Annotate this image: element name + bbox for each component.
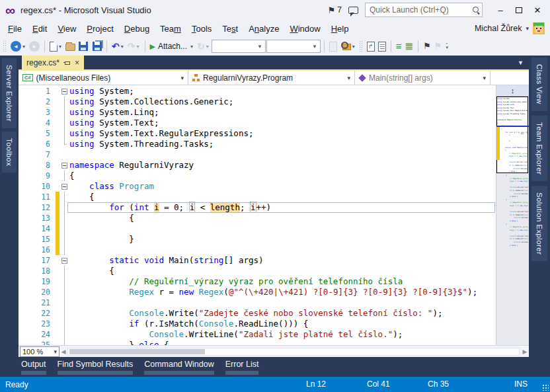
- project-dropdown[interactable]: C# (Miscellaneous Files) ▾: [19, 71, 188, 85]
- outlining-margin[interactable]: [59, 160, 69, 171]
- menu-help[interactable]: Help: [326, 22, 354, 36]
- resize-grip[interactable]: [542, 384, 549, 391]
- menu-test[interactable]: Test: [217, 22, 243, 36]
- member-dropdown[interactable]: Main(string[] args) ▾: [355, 71, 491, 85]
- user-menu[interactable]: Michal Žůrek ▾: [475, 22, 547, 34]
- document-tab[interactable]: regex.cs* ×: [22, 56, 84, 69]
- tool-window-tab-class-view[interactable]: Class View: [531, 58, 547, 111]
- menu-analyze[interactable]: Analyze: [243, 22, 284, 36]
- code-line-25[interactable]: 25 } else {: [19, 340, 496, 345]
- tab-list-chevron-icon[interactable]: ▼: [518, 59, 524, 66]
- collapse-icon[interactable]: [61, 184, 67, 190]
- bottom-tab-error-list[interactable]: Error List: [225, 360, 259, 377]
- menu-window[interactable]: Window: [284, 22, 325, 36]
- toolbar-combo-1[interactable]: ▼: [212, 40, 266, 53]
- quick-launch-input[interactable]: [370, 5, 472, 15]
- tool-window-tab-solution-explorer[interactable]: Solution Explorer: [531, 186, 547, 261]
- minimize-button[interactable]: –: [492, 3, 509, 17]
- tool-window-tab-team-explorer[interactable]: Team Explorer: [531, 116, 547, 181]
- find-in-files-icon[interactable]: ▾: [339, 40, 357, 52]
- bookmark-icon[interactable]: ⚑: [422, 40, 432, 53]
- bottom-tab-output[interactable]: Output: [21, 360, 46, 377]
- code-line-3[interactable]: 3using System.Linq;: [19, 107, 496, 118]
- scroll-left-arrow[interactable]: ◀: [59, 348, 67, 355]
- zoom-dropdown[interactable]: 100 % ▾: [20, 346, 59, 357]
- map-viewport[interactable]: using System;using System.Collections.Ge…: [496, 97, 528, 173]
- open-file-icon[interactable]: [64, 40, 77, 52]
- menu-view[interactable]: View: [52, 22, 81, 36]
- pin-icon[interactable]: [64, 59, 70, 65]
- undo-icon[interactable]: ↶▾: [110, 40, 126, 53]
- outlining-margin[interactable]: [59, 255, 69, 266]
- code-line-19[interactable]: 19 // Regulérní_výrazy výraz pro ověření…: [19, 276, 496, 287]
- map-splitter-handle[interactable]: ↕: [496, 85, 529, 97]
- code-line-5[interactable]: 5using System.Text.RegularExpressions;: [19, 128, 496, 139]
- new-file-icon[interactable]: ▾: [48, 40, 63, 53]
- tab-close-icon[interactable]: ×: [75, 59, 79, 66]
- toolbar-grip[interactable]: [359, 40, 364, 52]
- menu-file[interactable]: File: [3, 22, 27, 36]
- code-line-14[interactable]: 14: [19, 223, 496, 234]
- code-line-17[interactable]: 17 static void Main(string[] args): [19, 255, 496, 266]
- tool-window-tab-server-explorer[interactable]: Server Explorer: [2, 58, 17, 128]
- code-line-2[interactable]: 2using System.Collections.Generic;: [19, 97, 496, 107]
- scrollbar-map[interactable]: ↕ using System;using System.Collections.…: [496, 85, 529, 345]
- maximize-button[interactable]: [510, 3, 528, 17]
- code-line-22[interactable]: 22 Console.Write("Zadejte české nobo slo…: [19, 308, 496, 319]
- code-line-9[interactable]: 9{: [19, 171, 496, 181]
- feedback-icon[interactable]: [348, 7, 358, 14]
- save-all-icon[interactable]: [90, 40, 103, 52]
- navigate-backward-doc-icon[interactable]: [366, 40, 376, 53]
- code-line-16[interactable]: 16: [19, 245, 496, 255]
- refresh-icon[interactable]: ↻▾: [196, 40, 211, 53]
- collapse-icon[interactable]: [61, 163, 67, 169]
- code-line-24[interactable]: 24 Console.WriteLine("Zadali jste platné…: [19, 329, 496, 340]
- nav-forward-icon[interactable]: ►: [28, 40, 41, 53]
- code-line-8[interactable]: 8namespace RegularniVyrazy: [19, 160, 496, 171]
- toolbar-combo-2[interactable]: ▼: [266, 40, 321, 53]
- replace-in-files-icon[interactable]: [328, 40, 338, 53]
- menu-debug[interactable]: Debug: [119, 22, 155, 36]
- save-icon[interactable]: [77, 40, 89, 52]
- code-line-7[interactable]: 7: [19, 149, 496, 160]
- code-line-21[interactable]: 21: [19, 297, 496, 308]
- outlining-margin[interactable]: [59, 86, 69, 97]
- menu-tools[interactable]: Tools: [186, 22, 217, 36]
- toolbar-grip[interactable]: [3, 40, 7, 52]
- code-line-23[interactable]: 23 if (r.IsMatch(Console.ReadLine())) {: [19, 319, 496, 329]
- attach-button[interactable]: ▶Attach...▾: [149, 40, 196, 52]
- menu-team[interactable]: Team: [155, 22, 186, 36]
- decrease-indent-icon[interactable]: ≡: [395, 40, 403, 53]
- type-dropdown[interactable]: RegularniVyrazy.Program ▾: [188, 71, 355, 85]
- scrollbar-thumb[interactable]: [69, 349, 205, 354]
- code-line-1[interactable]: 1using System;: [19, 86, 496, 97]
- close-button[interactable]: ✕: [529, 3, 546, 17]
- code-line-13[interactable]: 13 {: [19, 213, 496, 223]
- code-line-20[interactable]: 20 Regex r = new Regex(@"^(\+420|\+421) …: [19, 287, 496, 297]
- bookmark-next-icon[interactable]: ⚑: [433, 40, 444, 53]
- horizontal-scrollbar[interactable]: [67, 348, 520, 356]
- notifications-button[interactable]: ⚑ 7: [328, 5, 342, 15]
- code-line-6[interactable]: 6using System.Threading.Tasks;: [19, 139, 496, 149]
- collapse-icon[interactable]: [61, 89, 67, 95]
- collapse-icon[interactable]: [61, 258, 67, 264]
- code-line-18[interactable]: 18 {: [19, 266, 496, 276]
- bottom-tab-command-window[interactable]: Command Window: [144, 360, 214, 377]
- code-line-10[interactable]: 10 class Program: [19, 181, 496, 192]
- nav-back-icon[interactable]: ◄▾: [9, 40, 27, 53]
- increase-indent-icon[interactable]: ≣: [404, 40, 415, 53]
- tool-window-tab-toolbox[interactable]: Toolbox: [2, 132, 17, 173]
- toolbar-overflow-icon[interactable]: ”▾: [444, 44, 450, 49]
- code-editor[interactable]: 1using System;2using System.Collections.…: [19, 85, 496, 345]
- bottom-tab-find-symbol-results[interactable]: Find Symbol Results: [58, 360, 134, 377]
- scroll-right-arrow[interactable]: ▶: [521, 348, 529, 355]
- menu-edit[interactable]: Edit: [27, 22, 52, 36]
- code-line-15[interactable]: 15 }: [19, 234, 496, 245]
- code-line-12[interactable]: 12 for (int i = 0; i < length; i++): [19, 202, 496, 213]
- code-line-11[interactable]: 11 {: [19, 192, 496, 202]
- overflow-chevron-icon[interactable]: ▾: [352, 44, 356, 50]
- menu-project[interactable]: Project: [81, 22, 118, 36]
- code-line-4[interactable]: 4using System.Text;: [19, 118, 496, 128]
- redo-icon[interactable]: ↷▾: [126, 40, 141, 53]
- search-icon[interactable]: [472, 6, 481, 15]
